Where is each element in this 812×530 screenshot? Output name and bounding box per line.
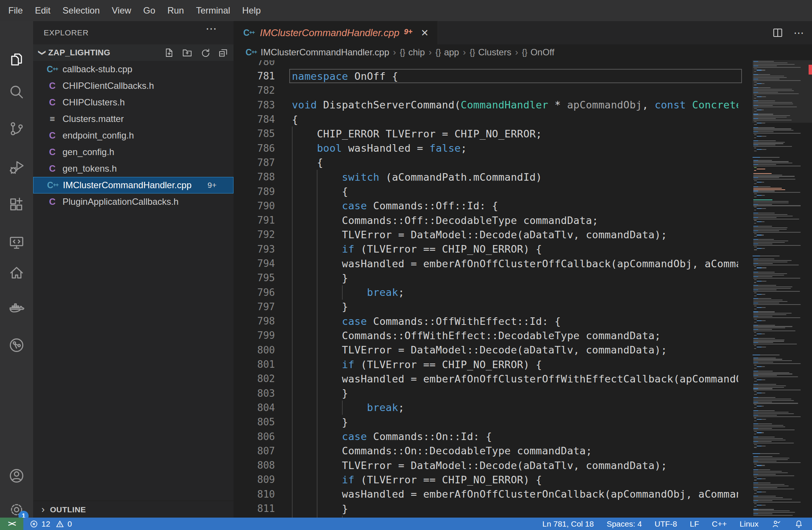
eol-indicator[interactable]: LF xyxy=(690,519,699,528)
file-item-chipclusters-h[interactable]: CCHIPClusters.h xyxy=(33,94,234,111)
code-line-805[interactable]: 805 } xyxy=(234,415,738,429)
breadcrumb-segment-app[interactable]: {}app xyxy=(435,47,459,58)
breadcrumb-segment-chip[interactable]: {}chip xyxy=(400,47,425,58)
code-line-793[interactable]: 793 if (TLVError == CHIP_NO_ERROR) { xyxy=(234,242,738,256)
code-line-803[interactable]: 803 } xyxy=(234,386,738,401)
file-item-callback-stub-cpp[interactable]: C++callback-stub.cpp xyxy=(33,61,234,78)
problems-indicator[interactable]: 12 0 xyxy=(29,519,72,528)
code-line-794[interactable]: 794 wasHandled = emberAfOnOffClusterOffC… xyxy=(234,256,738,271)
notifications-bell-icon[interactable] xyxy=(794,519,804,529)
os-indicator[interactable]: Linux xyxy=(740,519,759,528)
minimap-line xyxy=(753,443,794,443)
code-line-791[interactable]: 791 Commands::Off::DecodableType command… xyxy=(234,213,738,227)
minimap-line xyxy=(753,387,784,388)
code-line-810[interactable]: 810 wasHandled = emberAfOnOffClusterOnCa… xyxy=(234,487,738,501)
menu-terminal[interactable]: Terminal xyxy=(190,0,236,21)
encoding-indicator[interactable]: UTF-8 xyxy=(655,519,677,528)
code-line-795[interactable]: 795 } xyxy=(234,271,738,285)
activity-accounts[interactable] xyxy=(0,462,33,489)
minimap-line xyxy=(753,385,786,386)
minimap[interactable] xyxy=(752,60,804,518)
collapse-all-icon[interactable] xyxy=(218,47,229,58)
code-line-782[interactable]: 782 xyxy=(234,83,738,97)
source-control-icon xyxy=(8,120,25,137)
minimap-line xyxy=(753,410,775,411)
close-tab-icon[interactable]: ✕ xyxy=(421,27,429,38)
menu-run[interactable]: Run xyxy=(161,0,190,21)
code-line-792[interactable]: 792 TLVError = DataModel::Decode(aDataTl… xyxy=(234,227,738,242)
activity-search[interactable] xyxy=(0,78,33,105)
activity-run-debug[interactable] xyxy=(0,154,33,181)
code-line-785[interactable]: 785 CHIP_ERROR TLVError = CHIP_NO_ERROR; xyxy=(234,126,738,141)
file-item-chipclientcallbacks-h[interactable]: CCHIPClientCallbacks.h xyxy=(33,78,234,94)
code-editor[interactable]: 780781namespace OnOff {782783void Dispat… xyxy=(234,60,812,518)
activity-docker[interactable] xyxy=(0,295,33,322)
minimap-line xyxy=(753,358,776,358)
activity-remote-explorer[interactable] xyxy=(0,229,33,256)
code-line-797[interactable]: 797 } xyxy=(234,300,738,314)
code-line-807[interactable]: 807 Commands::On::DecodableType commandD… xyxy=(234,444,738,458)
file-item-endpoint-config-h[interactable]: Cendpoint_config.h xyxy=(33,127,234,144)
activity-extensions[interactable] xyxy=(0,191,33,218)
minimap-line xyxy=(753,359,782,359)
file-item-pluginapplicationcallbacks-h[interactable]: CPluginApplicationCallbacks.h xyxy=(33,193,234,210)
refresh-icon[interactable] xyxy=(200,47,211,58)
code-line-789[interactable]: 789 { xyxy=(234,184,738,198)
line-col-indicator[interactable]: Ln 781, Col 18 xyxy=(542,519,594,528)
code-line-784[interactable]: 784{ xyxy=(234,112,738,126)
menu-file[interactable]: File xyxy=(2,0,29,21)
folder-section-header[interactable]: ❯ ZAP_LIGHTING xyxy=(33,44,234,61)
code-line-780[interactable]: 780 xyxy=(234,60,738,69)
indent-indicator[interactable]: Spaces: 4 xyxy=(607,519,642,528)
overview-ruler[interactable] xyxy=(804,60,812,518)
activity-home[interactable] xyxy=(0,259,33,286)
code-line-799[interactable]: 799 Commands::OffWithEffect::DecodableTy… xyxy=(234,328,738,343)
minimap-line xyxy=(753,371,773,372)
code-line-801[interactable]: 801 if (TLVError == CHIP_NO_ERROR) { xyxy=(234,357,738,372)
code-line-808[interactable]: 808 TLVError = DataModel::Decode(aDataTl… xyxy=(234,458,738,472)
minimap-line xyxy=(753,372,789,373)
code-line-787[interactable]: 787 { xyxy=(234,155,738,170)
menu-edit[interactable]: Edit xyxy=(29,0,56,21)
breadcrumb-segment-onoff[interactable]: {}OnOff xyxy=(522,47,554,58)
menu-help[interactable]: Help xyxy=(236,0,267,21)
outline-section[interactable]: › OUTLINE xyxy=(33,501,234,518)
minimap-line xyxy=(754,309,757,309)
code-line-786[interactable]: 786 bool wasHandled = false; xyxy=(234,141,738,155)
menu-view[interactable]: View xyxy=(106,0,137,21)
code-line-809[interactable]: 809 if (TLVError == CHIP_NO_ERROR) { xyxy=(234,472,738,487)
language-indicator[interactable]: C++ xyxy=(712,519,727,528)
code-line-798[interactable]: 798 case Commands::OffWithEffect::Id: { xyxy=(234,314,738,328)
activity-explorer[interactable] xyxy=(0,46,33,73)
breadcrumb-segment-clusters[interactable]: {}Clusters xyxy=(470,47,511,58)
minimap-line xyxy=(753,188,782,189)
file-item-gen-tokens-h[interactable]: Cgen_tokens.h xyxy=(33,160,234,177)
code-line-781[interactable]: 781namespace OnOff { xyxy=(234,69,738,83)
minimap-line xyxy=(753,263,773,264)
code-line-790[interactable]: 790 case Commands::Off::Id: { xyxy=(234,199,738,213)
views-more-actions-icon[interactable]: ⋯ xyxy=(206,22,218,35)
new-file-icon[interactable] xyxy=(163,47,175,58)
code-line-788[interactable]: 788 switch (aCommandPath.mCommandId) xyxy=(234,170,738,184)
editor-more-actions-icon[interactable]: ⋯ xyxy=(794,27,805,39)
code-line-802[interactable]: 802 wasHandled = emberAfOnOffClusterOffW… xyxy=(234,372,738,386)
code-line-811[interactable]: 811 } xyxy=(234,501,738,516)
breadcrumb-file[interactable]: IMClusterCommandHandler.cpp xyxy=(261,47,389,58)
menu-go[interactable]: Go xyxy=(137,0,161,21)
remote-indicator[interactable]: >< xyxy=(0,518,23,530)
code-line-804[interactable]: 804 break; xyxy=(234,401,738,415)
code-line-796[interactable]: 796 break; xyxy=(234,285,738,299)
activity-source-control[interactable] xyxy=(0,115,33,142)
code-line-800[interactable]: 800 TLVError = DataModel::Decode(aDataTl… xyxy=(234,343,738,357)
code-line-806[interactable]: 806 case Commands::On::Id: { xyxy=(234,429,738,443)
file-item-gen-config-h[interactable]: Cgen_config.h xyxy=(33,144,234,160)
file-item-imclustercommandhandler-cpp[interactable]: C++IMClusterCommandHandler.cpp9+ xyxy=(33,177,234,193)
menu-selection[interactable]: Selection xyxy=(56,0,106,21)
code-line-783[interactable]: 783void DispatchServerCommand(CommandHan… xyxy=(234,98,738,112)
tab-imclustercommandhandler[interactable]: C++ IMClusterCommandHandler.cpp 9+ ✕ xyxy=(234,21,438,44)
activity-live-share[interactable] xyxy=(0,332,33,359)
file-item-clusters-matter[interactable]: ≡Clusters.matter xyxy=(33,111,234,127)
split-editor-icon[interactable] xyxy=(772,27,784,39)
new-folder-icon[interactable] xyxy=(182,47,193,58)
feedback-icon[interactable] xyxy=(771,519,781,529)
